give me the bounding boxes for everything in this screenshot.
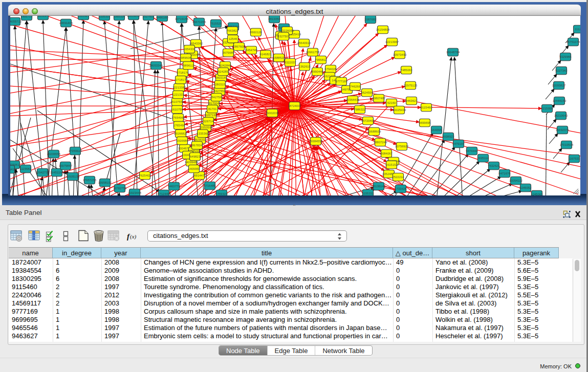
svg-text:1167533: 1167533 — [569, 157, 580, 160]
svg-text:9146821: 9146821 — [259, 53, 272, 56]
svg-text:164095: 164095 — [431, 128, 442, 132]
svg-text:9242848: 9242848 — [219, 64, 231, 67]
svg-text:924285: 924285 — [218, 70, 229, 73]
svg-text:10958107: 10958107 — [98, 181, 112, 184]
svg-text:14099489: 14099489 — [185, 161, 199, 164]
svg-text:9245052: 9245052 — [519, 186, 532, 189]
svg-text:62160: 62160 — [387, 101, 396, 104]
svg-text:1588520: 1588520 — [273, 56, 285, 59]
svg-text:7986322: 7986322 — [354, 108, 366, 111]
svg-text:15692371: 15692371 — [556, 128, 570, 132]
svg-text:8678332: 8678332 — [194, 138, 206, 141]
svg-text:8471676: 8471676 — [498, 172, 511, 175]
svg-text:1409950: 1409950 — [188, 167, 200, 170]
svg-text:17010504: 17010504 — [560, 143, 574, 146]
svg-text:11122: 11122 — [575, 28, 580, 31]
svg-text:19384554: 19384554 — [309, 140, 323, 143]
svg-text:1733426: 1733426 — [395, 187, 407, 190]
svg-text:19166827: 19166827 — [174, 132, 188, 135]
svg-text:2867608: 2867608 — [233, 45, 245, 48]
svg-text:1905713: 1905713 — [20, 16, 33, 18]
svg-text:817004: 817004 — [209, 102, 220, 105]
svg-text:15136141: 15136141 — [372, 185, 386, 188]
svg-text:905137: 905137 — [38, 16, 49, 17]
svg-text:9155331: 9155331 — [362, 192, 374, 195]
svg-text:12546: 12546 — [229, 37, 237, 40]
svg-text:13353594: 13353594 — [199, 126, 213, 129]
svg-text:746266: 746266 — [350, 85, 361, 88]
svg-text:2718176: 2718176 — [177, 71, 189, 74]
svg-text:1115682: 1115682 — [20, 167, 32, 170]
svg-text:12975125: 12975125 — [404, 84, 418, 87]
svg-text:17359924: 17359924 — [69, 149, 82, 152]
svg-text:1335360: 1335360 — [197, 132, 209, 135]
svg-text:8327507: 8327507 — [277, 35, 290, 38]
svg-text:20206556: 20206556 — [47, 152, 61, 156]
svg-text:10975867: 10975867 — [59, 164, 73, 167]
svg-text:7625402: 7625402 — [139, 174, 151, 177]
svg-text:9474444: 9474444 — [466, 149, 478, 152]
svg-text:12444159: 12444159 — [553, 99, 567, 102]
svg-text:8660128: 8660128 — [250, 31, 262, 34]
svg-text:16914479: 16914479 — [192, 174, 206, 177]
svg-text:10719155: 10719155 — [175, 17, 189, 20]
svg-text:12213967: 12213967 — [385, 40, 399, 43]
svg-text:1527602: 1527602 — [142, 16, 155, 18]
svg-text:1654336: 1654336 — [183, 48, 195, 51]
svg-text:271817: 271817 — [176, 78, 186, 81]
svg-text:15720407: 15720407 — [361, 119, 375, 122]
svg-text:1765496: 1765496 — [173, 124, 185, 127]
svg-text:16782759: 16782759 — [113, 187, 127, 190]
svg-text:1610756: 1610756 — [171, 108, 183, 111]
svg-text:15751074: 15751074 — [567, 40, 580, 43]
svg-text:6479197: 6479197 — [452, 142, 465, 145]
svg-text:2803144: 2803144 — [215, 76, 227, 79]
svg-text:867834: 867834 — [192, 144, 203, 147]
svg-text:9463627: 9463627 — [405, 99, 418, 102]
svg-text:10807487: 10807487 — [372, 97, 386, 100]
svg-text:16210643: 16210643 — [554, 114, 568, 117]
svg-text:391541: 391541 — [10, 168, 15, 171]
svg-text:8938923: 8938923 — [442, 135, 454, 138]
svg-text:28053346: 28053346 — [149, 64, 163, 67]
svg-text:1615152: 1615152 — [385, 163, 398, 166]
svg-text:7955812: 7955812 — [315, 58, 327, 61]
svg-text:9463771: 9463771 — [168, 185, 180, 188]
svg-text:1916684: 1916684 — [176, 139, 188, 142]
svg-text:12505135: 12505135 — [66, 175, 80, 178]
svg-text:989612: 989612 — [183, 64, 194, 67]
svg-text:7485063: 7485063 — [400, 69, 412, 72]
svg-text:10756922: 10756922 — [395, 145, 409, 148]
svg-text:9716485: 9716485 — [204, 184, 216, 187]
svg-text:9712448: 9712448 — [158, 192, 170, 195]
svg-text:2522214: 2522214 — [392, 176, 404, 179]
svg-text:9245063: 9245063 — [531, 193, 543, 195]
svg-text:3267130: 3267130 — [205, 114, 217, 117]
svg-text:9777169: 9777169 — [335, 80, 347, 83]
svg-text:8322037: 8322037 — [284, 61, 296, 64]
svg-text:2105337: 2105337 — [98, 16, 111, 18]
svg-text:3675685: 3675685 — [222, 51, 234, 54]
svg-text:9227343: 9227343 — [555, 69, 568, 72]
svg-text:7515526: 7515526 — [210, 22, 222, 25]
svg-text:16671355: 16671355 — [192, 20, 206, 24]
svg-text:2935114: 2935114 — [477, 157, 490, 160]
svg-text:8454749: 8454749 — [245, 49, 257, 52]
svg-text:8427552: 8427552 — [213, 90, 226, 93]
svg-text:14055712: 14055712 — [10, 20, 22, 23]
svg-text:1065327: 1065327 — [77, 16, 90, 17]
svg-text:20364436: 20364436 — [346, 98, 360, 101]
svg-text:10653267: 10653267 — [127, 16, 141, 17]
svg-text:842756: 842756 — [211, 96, 222, 99]
svg-text:20691406: 20691406 — [59, 21, 73, 25]
svg-text:1759324: 1759324 — [215, 192, 228, 195]
svg-text:6466160: 6466160 — [156, 16, 168, 19]
svg-text:18724007: 18724007 — [288, 104, 301, 107]
svg-text:10025433: 10025433 — [393, 108, 406, 112]
svg-text:15640910: 15640910 — [297, 41, 311, 45]
svg-text:6794028: 6794028 — [324, 68, 337, 71]
svg-text:16543362: 16543362 — [189, 42, 203, 45]
svg-text:16107554: 16107554 — [170, 100, 184, 103]
svg-text:326714: 326714 — [203, 120, 214, 123]
svg-text:7663822: 7663822 — [226, 29, 238, 32]
